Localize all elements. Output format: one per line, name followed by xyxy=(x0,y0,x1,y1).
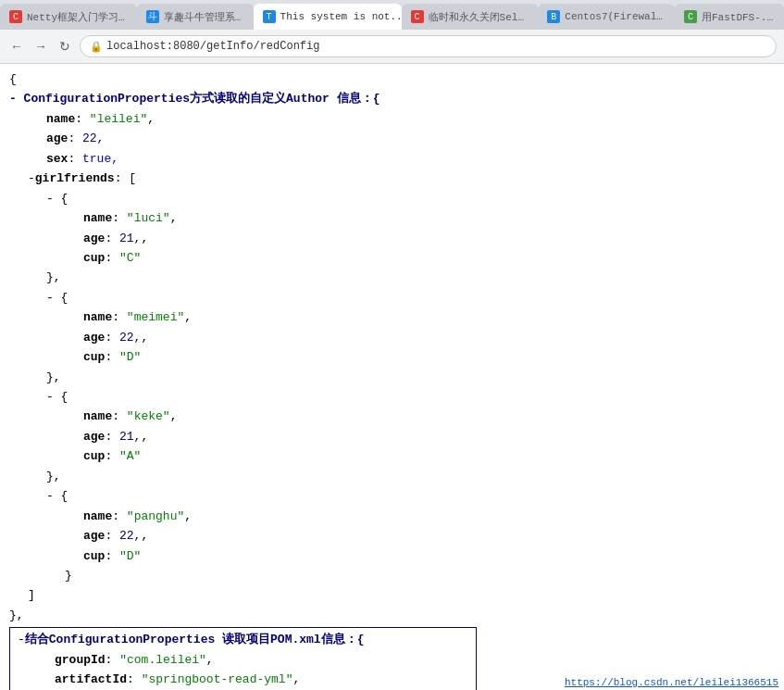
tab-favicon-netty: C xyxy=(9,10,22,23)
tab-favicon-fastdfs: C xyxy=(684,10,697,23)
girlfriend-meimei: - { name: "meimei", age: 22,, cup: "D" }… xyxy=(46,288,775,387)
opening-brace: { xyxy=(9,69,775,89)
url-text: localhost:8080/getInfo/redConfig xyxy=(106,40,319,53)
tab-label-doniu: 享趣斗牛管理系统 xyxy=(164,10,244,24)
lock-icon: 🔒 xyxy=(90,41,103,53)
author-sex-line: sex: true, xyxy=(46,149,775,169)
author-age-line: age: 22, xyxy=(46,129,775,148)
tab-selinux[interactable]: C 临时和永久关闭Seli... xyxy=(402,4,539,30)
tab-label-selinux: 临时和永久关闭Seli... xyxy=(429,10,529,24)
girlfriends-close: ] xyxy=(28,585,775,605)
pom-artifactid: artifactId: "springboot-read-yml", xyxy=(55,670,468,689)
girlfriends-label: - girlfriends: [ xyxy=(28,169,775,188)
browser-chrome: C Netty框架入门学习... 斗 享趣斗牛管理系统 T This syste… xyxy=(0,0,784,64)
author-name-line: name: "leilei", xyxy=(46,109,775,129)
address-bar[interactable]: 🔒 localhost:8080/getInfo/redConfig xyxy=(80,35,777,57)
tab-favicon-thissystem: T xyxy=(263,10,276,23)
girlfriend-keke: - { name: "keke", age: 21,, cup: "A" }, xyxy=(46,387,775,486)
section2-header: - 结合ConfigurationProperties 读取项目POM.xml信… xyxy=(18,630,468,649)
girlfriend-luci: - { name: "luci", age: 21,, cup: "C" }, xyxy=(46,189,775,288)
section2-box: - 结合ConfigurationProperties 读取项目POM.xml信… xyxy=(9,627,477,690)
forward-button[interactable]: → xyxy=(31,37,50,56)
girlfriend-panghu: - { name: "panghu", age: 22,, cup: "D" } xyxy=(46,486,775,585)
tabs-bar: C Netty框架入门学习... 斗 享趣斗牛管理系统 T This syste… xyxy=(0,0,784,30)
tab-斗牛[interactable]: 斗 享趣斗牛管理系统 xyxy=(137,4,254,30)
tab-label-thissystem: This system is not... xyxy=(280,11,402,22)
tab-label-fastdfs: 用FastDFS-... xyxy=(702,10,775,24)
tab-centos[interactable]: B Centos7(Firewall)... xyxy=(538,4,675,30)
reload-button[interactable]: ↻ xyxy=(56,37,74,56)
status-bar-url: https://blog.csdn.net/leilei1366515 xyxy=(559,675,784,690)
pom-groupid: groupId: "com.leilei", xyxy=(55,650,468,670)
tab-favicon-centos: B xyxy=(547,10,560,23)
tab-label-netty: Netty框架入门学习... xyxy=(27,10,128,24)
tab-label-centos: Centos7(Firewall)... xyxy=(565,11,666,22)
page-content: { - ConfigurationProperties方式读取的自定义Autho… xyxy=(0,64,784,690)
tab-fastdfs[interactable]: C 用FastDFS-... xyxy=(675,4,784,30)
section1-header: - ConfigurationProperties方式读取的自定义Author … xyxy=(9,89,775,108)
section1-close: }, xyxy=(9,606,775,625)
tab-netty[interactable]: C Netty框架入门学习... xyxy=(0,4,137,30)
tab-favicon-selinux: C xyxy=(411,10,424,23)
tab-this-system[interactable]: T This system is not... xyxy=(254,4,402,30)
tab-favicon-doniu: 斗 xyxy=(146,10,159,23)
browser-nav: ← → ↻ 🔒 localhost:8080/getInfo/redConfig xyxy=(0,30,784,63)
back-button[interactable]: ← xyxy=(7,37,26,56)
